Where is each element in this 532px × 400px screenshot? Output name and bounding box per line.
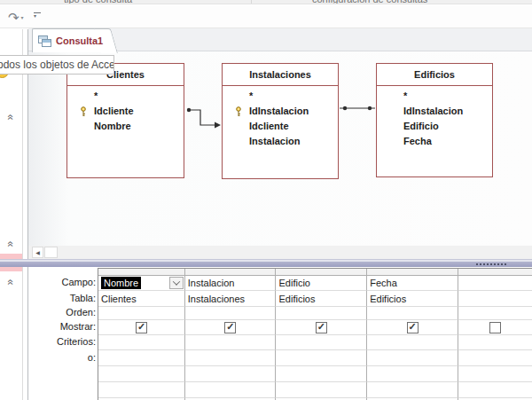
field-instalacion[interactable]: Instalacion (223, 134, 338, 149)
customize-qat-caret-icon: ▾ (34, 14, 43, 19)
orden-cell[interactable] (367, 307, 458, 320)
field-idcliente[interactable]: Idcliente (67, 104, 184, 119)
field-fecha[interactable]: Fecha (377, 134, 492, 149)
row-label-orden: Orden: (66, 306, 96, 319)
customize-qat-button[interactable]: ▾ (34, 12, 43, 19)
empty-cell[interactable] (185, 366, 277, 382)
empty-cell[interactable] (367, 382, 458, 398)
field-asterisk[interactable]: * (67, 89, 184, 104)
chevron-up-icon[interactable]: « (4, 276, 17, 288)
tabla-cell-1[interactable]: Clientes (98, 291, 185, 307)
row-label-criterios: Criterios: (57, 334, 96, 349)
scroll-left-button[interactable]: ◀ (32, 247, 43, 258)
show-checkbox[interactable] (316, 322, 327, 333)
row-label-tabla: Tabla: (70, 290, 96, 306)
row-label-mostrar: Mostrar: (60, 319, 96, 334)
table-box-instalaciones[interactable]: Instalaciones * IdInstalacion Idcliente … (222, 63, 339, 179)
o-cell[interactable] (458, 350, 532, 366)
empty-cell[interactable] (98, 382, 185, 398)
empty-cell[interactable] (367, 366, 458, 382)
selected-field-value: Nombre (101, 277, 141, 289)
show-checkbox[interactable] (136, 322, 147, 333)
ribbon-group-label-left: tipo de consulta (64, 0, 132, 4)
campo-cell-2[interactable]: Instalacion (185, 276, 277, 291)
pane-splitter[interactable] (0, 259, 532, 267)
orden-cell[interactable] (276, 307, 367, 320)
campo-cell-1[interactable]: Nombre (98, 276, 185, 291)
o-cell[interactable] (276, 350, 367, 366)
empty-cell[interactable] (98, 366, 185, 382)
tab-title: Consulta1 (56, 35, 103, 46)
row-label-campo: Campo: (61, 275, 96, 290)
empty-cell[interactable] (276, 382, 367, 398)
field-nombre[interactable]: Nombre (67, 119, 184, 134)
field-asterisk[interactable]: * (377, 89, 492, 104)
campo-cell-5[interactable] (458, 276, 532, 291)
orden-cell[interactable] (458, 307, 532, 320)
ribbon-group-label-right: configuración de consultas (312, 0, 427, 4)
quick-access-toolbar: ↷ ▾ ▾ (0, 5, 532, 28)
field-idcliente[interactable]: Idcliente (223, 119, 338, 134)
chevron-up-icon[interactable]: « (4, 238, 17, 250)
redo-button[interactable]: ↷ ▾ (8, 9, 24, 25)
criterios-cell[interactable] (367, 335, 458, 350)
o-cell[interactable] (185, 350, 277, 366)
table-header[interactable]: Edificios (377, 64, 492, 86)
field-asterisk[interactable]: * (223, 89, 338, 104)
o-cell[interactable] (367, 350, 458, 366)
table-box-clientes[interactable]: Clientes * Idcliente Nombre (66, 63, 184, 178)
empty-cell[interactable] (458, 382, 532, 398)
qbe-grid: Nombre Instalacion Edificio Fecha Client… (98, 268, 532, 400)
diagram-horizontal-scrollbar[interactable]: ◀ (28, 246, 532, 259)
show-checkbox[interactable] (224, 322, 236, 333)
orden-cell[interactable] (98, 307, 185, 320)
table-header[interactable]: Instalaciones (223, 64, 338, 86)
field-idinstalacion[interactable]: IdInstalacion (377, 104, 492, 119)
tab-consulta1[interactable]: Consulta1 (32, 28, 105, 52)
query-icon (38, 35, 51, 47)
campo-cell-3[interactable]: Edificio (276, 276, 367, 291)
tabla-cell-3[interactable]: Edificios (276, 291, 367, 307)
criterios-cell[interactable] (185, 335, 277, 350)
qbe-column-selector-row[interactable] (98, 269, 532, 276)
qbe-row-mostrar (98, 320, 532, 335)
criterios-cell[interactable] (458, 335, 532, 350)
splitter-drag-handle-icon[interactable] (475, 262, 507, 266)
show-checkbox[interactable] (407, 322, 419, 333)
ribbon-strip: tipo de consulta configuración de consul… (0, 0, 532, 4)
criterios-cell[interactable] (276, 335, 367, 350)
qbe-row-o (98, 350, 532, 366)
row-label-o: o: (88, 349, 96, 365)
qbe-row-campo: Nombre Instalacion Edificio Fecha (98, 276, 532, 291)
tabla-cell-5[interactable] (458, 291, 532, 307)
empty-cell[interactable] (185, 382, 277, 398)
nav-pane-title: odos los objetos de Access (0, 55, 114, 75)
chevron-up-icon[interactable]: « (4, 111, 17, 123)
navigation-pane-collapsed: ▾ « « « « (0, 29, 23, 400)
qbe-row-orden (98, 307, 532, 320)
qbe-row-tabla: Clientes Instalaciones Edificios Edifici… (98, 291, 532, 307)
tabla-cell-4[interactable]: Edificios (367, 291, 458, 307)
ribbon-group-separator (251, 0, 252, 4)
redo-dropdown-icon: ▾ (21, 14, 24, 20)
orden-cell[interactable] (185, 307, 277, 320)
chevron-down-icon (173, 278, 180, 285)
qbe-row-empty (98, 382, 532, 398)
tabla-cell-2[interactable]: Instalaciones (185, 291, 277, 307)
table-box-edificios[interactable]: Edificios * IdInstalacion Edificio Fecha (376, 63, 493, 177)
field-idinstalacion[interactable]: IdInstalacion (223, 104, 338, 119)
scrollbar-thumb[interactable] (44, 247, 58, 258)
o-cell[interactable] (98, 350, 185, 366)
empty-cell[interactable] (276, 366, 367, 382)
redo-icon: ↷ (8, 11, 20, 24)
empty-cell[interactable] (458, 366, 532, 382)
field-dropdown-button[interactable] (169, 277, 184, 289)
show-checkbox[interactable] (489, 322, 501, 333)
field-edificio[interactable]: Edificio (377, 119, 492, 134)
qbe-row-empty (98, 366, 532, 382)
campo-cell-4[interactable]: Fecha (367, 276, 458, 291)
criterios-cell[interactable] (98, 335, 185, 350)
qbe-row-criterios (98, 335, 532, 350)
